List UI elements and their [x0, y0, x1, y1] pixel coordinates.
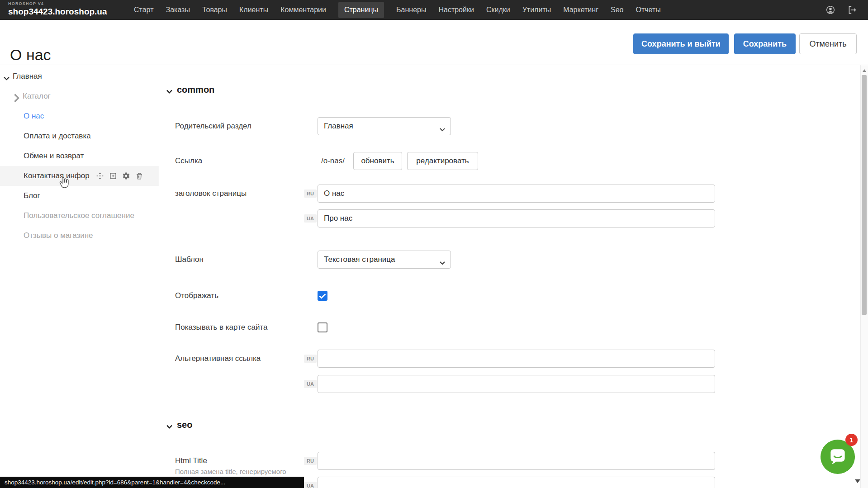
tree-item-actions	[96, 172, 143, 180]
tree-item-soglashenie[interactable]: Пользовательское соглашение	[0, 206, 159, 226]
logout-icon[interactable]	[847, 5, 857, 15]
brand[interactable]: HOROSHOP V4 shop34423.horoshop.ua	[8, 2, 107, 16]
nav-banners[interactable]: Баннеры	[396, 6, 426, 14]
page-title: О нас	[10, 46, 51, 64]
nav-pages[interactable]: Страницы	[338, 2, 384, 18]
scrollbar-thumb[interactable]	[862, 75, 867, 315]
chevron-right-icon[interactable]	[14, 94, 19, 99]
tree-item-otzyvy[interactable]: Отзывы о магазине	[0, 226, 159, 246]
template-label: Шаблон	[175, 251, 204, 269]
chevron-down-icon[interactable]	[4, 74, 9, 80]
nav-settings[interactable]: Настройки	[438, 6, 474, 14]
chevron-down-icon	[166, 422, 172, 427]
tree-item-label: Пользовательское соглашение	[24, 211, 134, 220]
chat-unread-badge: 1	[845, 434, 858, 446]
html-title-ru-input[interactable]	[318, 452, 715, 470]
brand-version: HOROSHOP V4	[8, 2, 107, 6]
settings-gear-icon[interactable]	[122, 172, 130, 180]
lang-ua-badge: UA	[304, 482, 317, 488]
brand-domain: shop34423.horoshop.ua	[8, 7, 107, 16]
sitemap-checkbox[interactable]	[318, 322, 327, 332]
chevron-down-icon	[166, 87, 172, 92]
status-url-bar: shop34423.horoshop.ua/edit/edit.php?id=6…	[0, 477, 304, 488]
alt-link-ua-input[interactable]	[318, 375, 715, 393]
display-label: Отображать	[175, 291, 218, 301]
section-title: seo	[177, 420, 192, 430]
lang-ru-badge: RU	[304, 355, 317, 363]
chat-bubble-icon	[827, 446, 849, 468]
tree-item-blog[interactable]: Блог	[0, 186, 159, 206]
template-select[interactable]: Текстовая страница	[318, 251, 451, 269]
delete-trash-icon[interactable]	[135, 172, 143, 180]
chevron-down-icon	[440, 258, 445, 262]
parent-section-select[interactable]: Главная	[318, 117, 451, 135]
link-edit-button[interactable]: редактировать	[407, 152, 478, 170]
tree-item-label: О нас	[24, 112, 44, 121]
html-title-label: Html Title	[175, 452, 207, 470]
nav-reports[interactable]: Отчеты	[636, 6, 660, 14]
scroll-up-arrow[interactable]	[863, 69, 866, 72]
nav-marketing[interactable]: Маркетинг	[563, 6, 598, 14]
save-button[interactable]: Сохранить	[734, 33, 796, 54]
main-nav: Старт Заказы Товары Клиенты Комментарии …	[134, 0, 661, 20]
section-seo-toggle[interactable]: seo	[166, 418, 192, 431]
save-and-exit-button[interactable]: Сохранить и выйти	[633, 33, 729, 54]
selected-value: Главная	[324, 122, 353, 131]
nav-products[interactable]: Товары	[202, 6, 227, 14]
tree-item-label: Контактная инфор	[24, 171, 90, 180]
tree-item-label: Каталог	[23, 92, 51, 101]
link-path: /o-nas/	[321, 152, 345, 170]
html-title-hint: Полная замена title, генерируемого	[175, 468, 286, 475]
lang-ru-badge: RU	[304, 190, 317, 198]
parent-section-label: Родительский раздел	[175, 117, 251, 135]
cancel-button[interactable]: Отменить	[799, 33, 857, 54]
tree-item-obmen[interactable]: Обмен и возврат	[0, 146, 159, 166]
nav-utilities[interactable]: Утилиты	[522, 6, 551, 14]
tree-item-label: Отзывы о магазине	[24, 231, 93, 240]
display-checkbox[interactable]	[318, 291, 327, 301]
page-edit-form: common Родительский раздел Главная Ссылк…	[159, 65, 861, 488]
page: HOROSHOP V4 shop34423.horoshop.ua Старт …	[0, 0, 868, 488]
nav-start[interactable]: Старт	[134, 6, 153, 14]
sitemap-label: Показывать в карте сайта	[175, 322, 267, 332]
link-update-button[interactable]: обновить	[353, 152, 402, 170]
nav-comments[interactable]: Комментарии	[280, 6, 326, 14]
tree-item-o-nas[interactable]: О нас	[0, 106, 159, 126]
pages-tree-sidebar: Главная Каталог О нас Оплата и доставка …	[0, 65, 159, 488]
html-title-ua-input[interactable]	[318, 477, 715, 488]
tree-item-oplata[interactable]: Оплата и доставка	[0, 126, 159, 146]
section-title: common	[177, 85, 214, 95]
tree-item-label: Оплата и доставка	[24, 132, 91, 141]
account-icon[interactable]	[825, 5, 835, 15]
nav-discounts[interactable]: Скидки	[486, 6, 510, 14]
tree-item-katalog[interactable]: Каталог	[0, 86, 159, 106]
scrollbar[interactable]	[860, 65, 868, 488]
page-title-label: заголовок страницы	[175, 185, 247, 203]
page-title-ua-input[interactable]	[318, 209, 715, 227]
nav-seo[interactable]: Seo	[611, 6, 623, 14]
page-header: О нас Сохранить и выйти Сохранить Отмени…	[0, 20, 868, 65]
topbar-icons	[825, 0, 857, 20]
section-common-toggle[interactable]: common	[166, 83, 214, 96]
drag-move-icon[interactable]	[96, 172, 104, 180]
page-title-ru-input[interactable]	[318, 185, 715, 203]
lang-ua-badge: UA	[304, 214, 317, 223]
nav-clients[interactable]: Клиенты	[239, 6, 268, 14]
nav-orders[interactable]: Заказы	[166, 6, 190, 14]
tree-item-kontaktnaya[interactable]: Контактная инфор	[0, 166, 159, 186]
tree-item-label: Главная	[13, 72, 42, 81]
lang-ua-badge: UA	[304, 380, 317, 388]
selected-value: Текстовая страница	[324, 255, 395, 264]
top-bar: HOROSHOP V4 shop34423.horoshop.ua Старт …	[0, 0, 868, 20]
lang-ru-badge: RU	[304, 457, 317, 465]
tree-item-glavnaya[interactable]: Главная	[0, 66, 159, 86]
alt-link-ru-input[interactable]	[318, 350, 715, 368]
scroll-down-arrow[interactable]	[855, 479, 860, 483]
link-label: Ссылка	[175, 152, 202, 170]
chevron-down-icon	[440, 125, 445, 129]
tree-item-label: Обмен и возврат	[24, 152, 84, 161]
tree-item-label: Блог	[24, 191, 40, 200]
add-page-icon[interactable]	[109, 172, 117, 180]
alt-link-label: Альтернативная ссылка	[175, 350, 261, 368]
